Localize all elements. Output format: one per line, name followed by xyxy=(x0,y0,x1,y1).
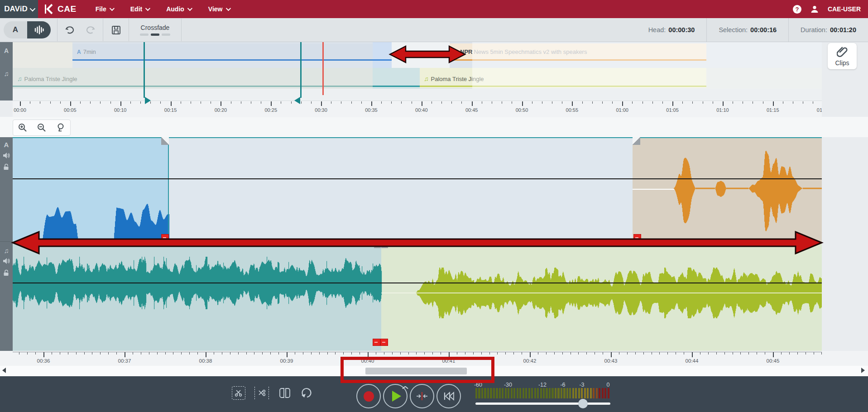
ruler-tick xyxy=(781,352,782,355)
selection-in-flag[interactable] xyxy=(145,97,151,104)
ruler-label: 00:44 xyxy=(682,358,702,364)
blue-clip-right-edge[interactable] xyxy=(168,137,169,241)
scroll-left-button[interactable] xyxy=(2,368,6,373)
ruler-tick xyxy=(713,101,713,104)
crossfade-label: Crossfade xyxy=(141,24,170,31)
zoom-out-button[interactable] xyxy=(32,120,51,135)
revert-button[interactable] xyxy=(301,387,314,399)
ruler-tick xyxy=(635,352,636,355)
ruler-tick xyxy=(270,352,271,355)
ruler-label: 00:00 xyxy=(13,107,30,113)
ruler-tick xyxy=(214,352,214,355)
ruler-tick xyxy=(381,101,382,104)
volume-slider-track[interactable] xyxy=(475,402,610,405)
selection-in-marker[interactable] xyxy=(144,42,145,98)
ruler-tick xyxy=(522,352,522,355)
meter-segment xyxy=(549,388,551,398)
menu-item-file[interactable]: File xyxy=(96,5,113,13)
ruler-tick xyxy=(343,352,344,355)
unlock-icon[interactable] xyxy=(3,269,10,276)
ruler-tick xyxy=(441,352,441,355)
meter-segment xyxy=(557,388,559,398)
unlock-icon[interactable] xyxy=(3,163,10,170)
scissors-icon xyxy=(235,389,243,397)
ruler-tick xyxy=(197,352,198,355)
overview-ruler[interactable]: 00:0000:0500:1000:1500:2000:2500:3000:35… xyxy=(13,101,822,117)
gain-handle-jingle-2[interactable] xyxy=(380,339,388,346)
ruler-tick xyxy=(502,101,502,104)
meter-segment xyxy=(581,388,583,398)
meter-segment xyxy=(499,388,501,398)
ruler-tick xyxy=(643,101,643,104)
cut-selection-button[interactable] xyxy=(232,386,245,400)
overview-clip-7min-line xyxy=(72,59,373,61)
text-mode-button[interactable]: A xyxy=(4,21,27,38)
david-logo-menu[interactable]: DAViD xyxy=(0,0,38,18)
ruler-tick xyxy=(522,101,523,106)
ruler-tick xyxy=(392,352,393,355)
ruler-tick xyxy=(627,352,628,355)
save-button[interactable] xyxy=(106,21,126,39)
meter-segment xyxy=(517,388,518,398)
speaker-icon[interactable] xyxy=(3,152,10,159)
ruler-label: 00:37 xyxy=(115,358,134,364)
selection-out-marker[interactable] xyxy=(300,42,302,98)
speaker-icon[interactable] xyxy=(3,258,10,264)
ruler-tick xyxy=(692,352,693,357)
ruler-tick xyxy=(191,101,191,104)
undo-button[interactable] xyxy=(60,21,80,39)
help-icon[interactable]: ? xyxy=(793,5,801,14)
zoom-in-button[interactable] xyxy=(13,120,32,135)
play-options-caret[interactable] xyxy=(402,384,408,388)
skip-to-start-button[interactable] xyxy=(436,384,461,408)
ruler-tick xyxy=(703,101,703,104)
waveform-mode-button[interactable] xyxy=(27,21,51,38)
ruler-tick xyxy=(572,101,573,106)
npr-envelope-line[interactable] xyxy=(633,189,674,190)
selection-value: 00:00:16 xyxy=(750,26,777,34)
volume-slider-thumb[interactable] xyxy=(578,399,588,408)
menu-item-view[interactable]: View xyxy=(208,5,230,13)
trim-clip-button[interactable] xyxy=(254,387,269,399)
ruler-tick xyxy=(408,352,409,355)
ruler-tick xyxy=(206,352,206,357)
ruler-tick xyxy=(40,101,40,104)
fold-corner-icon[interactable] xyxy=(633,137,640,145)
revert-arrow-icon xyxy=(301,387,314,399)
go-to-marker-button[interactable] xyxy=(410,384,434,408)
gain-handle-jingle-1[interactable] xyxy=(373,339,380,346)
menu-item-audio[interactable]: Audio xyxy=(166,5,191,13)
meter-segment xyxy=(475,388,477,398)
fold-corner-icon[interactable] xyxy=(161,137,169,145)
user-name[interactable]: CAE-USER xyxy=(828,5,861,13)
track-a-selection-topline xyxy=(13,137,822,138)
scroll-right-button[interactable] xyxy=(861,368,865,373)
toolbar-separator xyxy=(57,19,58,41)
overview-clip-7min[interactable] xyxy=(72,43,373,61)
ruler-tick xyxy=(708,352,709,355)
ruler-tick xyxy=(432,352,433,355)
meter-scale-label: -30 xyxy=(499,382,517,388)
record-button[interactable] xyxy=(356,384,381,408)
ruler-tick xyxy=(723,101,724,106)
ruler-label: 00:10 xyxy=(110,107,130,113)
overview-playhead[interactable] xyxy=(322,42,324,95)
crossfade-button[interactable]: Crossfade xyxy=(132,24,178,36)
split-clip-button[interactable] xyxy=(278,387,292,399)
chevron-down-icon xyxy=(110,6,115,11)
meter-segment xyxy=(502,388,504,398)
menu-item-edit[interactable]: Edit xyxy=(130,5,149,13)
ruler-tick xyxy=(612,101,613,104)
selection-out-flag[interactable] xyxy=(294,97,300,104)
zoom-selection-button[interactable] xyxy=(51,120,70,135)
ruler-tick xyxy=(659,352,660,355)
ruler-label: 00:30 xyxy=(311,107,331,113)
ruler-tick xyxy=(173,352,173,355)
ruler-tick xyxy=(271,101,272,106)
user-icon[interactable] xyxy=(810,5,819,13)
crossfade-dot xyxy=(140,34,149,36)
ruler-tick xyxy=(724,352,725,355)
ruler-tick xyxy=(52,352,52,355)
clips-panel-button[interactable]: Clips xyxy=(828,43,857,69)
redo-button[interactable] xyxy=(80,21,100,39)
